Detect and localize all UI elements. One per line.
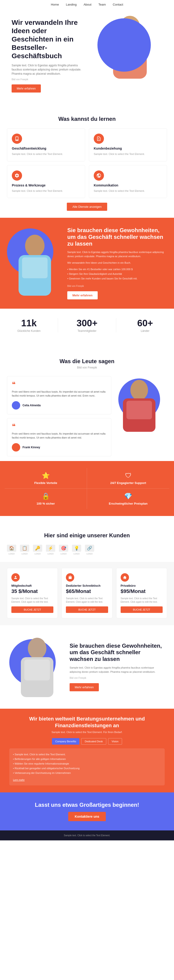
testimonials-grid: ❝ Proin sed libero enim sed faucibus tur… — [7, 376, 167, 457]
nav-contact[interactable]: Contact — [113, 3, 123, 6]
testimonials-heading: Was die Leute sagen — [11, 358, 163, 364]
testimonials-section: Was die Leute sagen Bild von Freepik ❝ P… — [0, 342, 174, 461]
hero-cta-button[interactable]: Mehr erfahren — [11, 84, 41, 92]
card-title-1: Kundenbeziehung — [94, 146, 162, 150]
pricing-price-0: 35 $/Monat — [11, 588, 53, 594]
customers-header: Hier sind einige unserer Kunden — [7, 523, 167, 541]
services-learn-more-link[interactable]: Lern mehr — [13, 778, 25, 781]
customer-logo-text-6: LOGO — [86, 553, 93, 555]
services-content-list: Sample text. Click to select the Text El… — [13, 752, 161, 775]
learn-heading: Was kannst du lernen — [11, 116, 163, 122]
customer-logo-icon-4: 🎯 — [59, 545, 68, 552]
habits-bullets: Werden Sie ein #1 Bestseller oder war za… — [67, 267, 165, 281]
cta-footer-button[interactable]: Kontaktiere uns — [68, 812, 106, 821]
pricing-desc-0: Sample text. Click to select the Text El… — [11, 597, 53, 604]
pricing-btn-2[interactable]: BUCHE JETZT — [121, 606, 163, 613]
stat-label-0: Glückliche Kunden — [0, 329, 58, 332]
svg-rect-8 — [126, 401, 152, 419]
nav-team[interactable]: Team — [98, 3, 106, 6]
testimonials-cards: ❝ Proin sed libero enim sed faucibus tur… — [7, 376, 111, 457]
footer-copyright: Sample text. Click to select the Text El… — [4, 834, 170, 837]
card-title-0: Geschäftsentwicklung — [12, 146, 80, 150]
svg-rect-11 — [24, 660, 50, 680]
quote-icon-0: ❝ — [12, 381, 107, 388]
footer-bottom: Sample text. Click to select the Text El… — [0, 830, 174, 840]
pricing-btn-1[interactable]: BUCHE JETZT — [66, 606, 108, 613]
svg-point-9 — [28, 638, 46, 659]
feature-icon-0: ⭐ — [8, 472, 83, 479]
feature-icon-1: 🛡 — [91, 472, 166, 479]
customer-logo-4: 🎯 LOGO — [59, 545, 68, 555]
feature-title-2: 100 % sicher — [8, 502, 83, 505]
hero-image-area — [100, 11, 165, 83]
nav-about[interactable]: About — [83, 3, 91, 6]
pricing-card-2: Privatbüro $95/Monat Sample text. Click … — [116, 568, 167, 618]
habits-heading: Sie brauchen diese Gewohnheiten, um das … — [67, 227, 165, 247]
pricing-desc-1: Sample text. Click to select the Text El… — [66, 597, 108, 604]
learn-cta-wrap: Alle Dienste anzeigen — [7, 203, 167, 211]
cta-footer-heading: Lasst uns etwas Großartiges beginnen! — [9, 802, 165, 808]
testimonial-card-1: ❝ Proin sed libero enim sed faucibus tur… — [7, 418, 111, 457]
customers-icons: 🏠 LOGO 📋 LOGO 🔑 LOGO ⚡ LOGO 🎯 LOGO 💡 LOG… — [7, 545, 167, 555]
features-grid: ⭐ Flexible Vorteile 🛡 24/7 Engagierter S… — [5, 468, 169, 509]
customer-logo-icon-2: 🔑 — [33, 545, 42, 552]
stat-number-0: 11k — [0, 318, 58, 328]
testimonial-photo-area — [116, 376, 167, 457]
services-tabs: Company Benefits Dedicated Desk Vision — [9, 738, 165, 745]
pricing-price-1: $65/Monat — [66, 588, 108, 594]
habits2-section: Sie brauchen diese Gewohnheiten, um das … — [0, 625, 174, 709]
learn-cta-button[interactable]: Alle Dienste anzeigen — [67, 203, 107, 211]
service-content-item-0: Sample text. Click to select the Text El… — [13, 752, 161, 757]
habits-person — [9, 231, 60, 296]
service-tab-2[interactable]: Vision — [108, 738, 122, 745]
customers-heading: Hier sind einige unserer Kunden — [11, 532, 163, 539]
feature-title-0: Flexible Vorteile — [8, 481, 83, 485]
card-text-2: Sample text. Click to select the Text El… — [12, 189, 80, 193]
card-prozess: Prozess & Werkzeuge Sample text. Click t… — [7, 165, 85, 198]
stats-section: 11k Glückliche Kunden 300+ Teammitgliede… — [0, 309, 174, 342]
pricing-btn-0[interactable]: BUCHE JETZT — [11, 606, 53, 613]
habits-right-content: Sie brauchen diese Gewohnheiten, um das … — [67, 227, 165, 299]
hero-photo-credit: Bild von Freepik — [11, 78, 86, 81]
service-tab-0[interactable]: Company Benefits — [52, 738, 79, 745]
pricing-name-2: Privatbüro — [121, 584, 163, 587]
habits-image-left — [9, 231, 60, 296]
main-nav: Home Landing About Team Contact — [0, 0, 174, 9]
services-banner-sub: Sample text. Click to select the Text El… — [9, 731, 165, 733]
card-icon-gear — [12, 170, 22, 181]
nav-home[interactable]: Home — [51, 3, 59, 6]
avatar-0 — [12, 401, 20, 409]
svg-point-6 — [130, 380, 148, 400]
feature-item-0: ⭐ Flexible Vorteile — [5, 468, 87, 488]
habits-bullet-0: Werden Sie ein #1 Bestseller oder war za… — [67, 267, 165, 272]
services-content: Sample text. Click to select the Text El… — [9, 748, 165, 786]
card-text-0: Sample text. Click to select the Text El… — [12, 152, 80, 156]
habits-cta-button[interactable]: Mehr erfahren — [67, 291, 98, 299]
habits2-image-left — [9, 635, 63, 699]
services-banner-heading: Wir bieten weltweit Beratungsunternehmen… — [9, 716, 165, 729]
customer-logo-text-1: LOGO — [22, 553, 28, 555]
card-kommunikation: Kommunikation Sample text. Click to sele… — [89, 165, 167, 198]
pricing-name-1: Dedizierter Schreibtisch — [66, 584, 108, 587]
customer-logo-3: ⚡ LOGO — [46, 545, 55, 555]
customer-logo-icon-3: ⚡ — [46, 545, 55, 552]
habits2-cta-button[interactable]: Mehr erfahren — [70, 683, 99, 691]
customer-logo-icon-1: 📋 — [20, 545, 29, 552]
pricing-card-0: Mitgliedschaft 35 $/Monat Sample text. C… — [7, 568, 58, 618]
service-tab-1[interactable]: Dedicated Desk — [81, 738, 106, 745]
hero-body: Sample text. Click to Egestas aggots fri… — [11, 63, 86, 76]
habits-person-svg — [9, 231, 60, 296]
customer-logo-0: 🏠 LOGO — [7, 545, 16, 555]
avatar-1 — [12, 443, 20, 452]
stat-number-2: 60+ — [116, 318, 174, 328]
customer-logo-icon-6: 🔗 — [85, 545, 94, 552]
pricing-icon-0 — [11, 573, 20, 582]
feature-icon-2: 🔒 — [8, 492, 83, 500]
testimonials-header: Was die Leute sagen Bild von Freepik — [7, 349, 167, 372]
pricing-icon-1 — [66, 573, 74, 582]
nav-landing[interactable]: Landing — [66, 3, 77, 6]
customers-section: Hier sind einige unserer Kunden 🏠 LOGO 📋… — [0, 516, 174, 562]
habits-bullet-1: Steigern Sie Ihre Glaubwürdigkeit und Au… — [67, 272, 165, 277]
habits2-right-content: Sie brauchen diese Gewohnheiten, um das … — [70, 643, 165, 692]
feature-icon-3: 💎 — [91, 492, 166, 500]
